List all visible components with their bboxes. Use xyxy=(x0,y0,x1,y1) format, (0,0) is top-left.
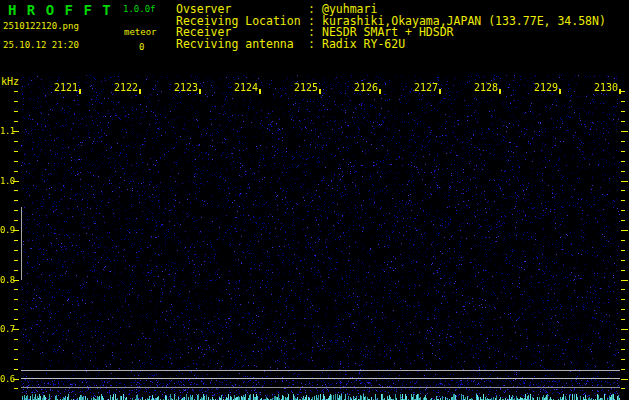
freq-tick-left xyxy=(14,240,18,241)
info-separator: : xyxy=(308,39,322,51)
time-tick xyxy=(379,89,381,94)
time-tick xyxy=(319,89,321,94)
freq-tick-right xyxy=(621,388,625,389)
freq-tick-left xyxy=(14,220,18,221)
freq-tick-label: 0.6 xyxy=(0,374,13,384)
time-label: 2121 xyxy=(54,82,78,93)
freq-tick-right xyxy=(621,339,625,340)
freq-tick-right xyxy=(621,151,625,152)
time-tick xyxy=(499,89,501,94)
time-label: 2125 xyxy=(294,82,318,93)
freq-tick-right xyxy=(621,200,625,201)
freq-tick-right xyxy=(621,270,625,271)
freq-tick-right xyxy=(621,121,625,122)
app-version: 1.0.0f xyxy=(123,4,156,14)
freq-tick-left xyxy=(14,369,18,370)
station-info: Ovserver:@yuhmari Receiving Location:kur… xyxy=(176,4,606,51)
time-tick xyxy=(259,89,261,94)
time-tick xyxy=(439,89,441,94)
freq-tick-left xyxy=(14,190,18,191)
start-marker-line xyxy=(21,207,22,280)
meteor-count-value: 0 xyxy=(139,42,144,52)
freq-tick-left xyxy=(14,309,18,310)
freq-tick-right xyxy=(621,91,625,92)
freq-tick-right xyxy=(621,359,625,360)
time-label: 2126 xyxy=(354,82,378,93)
time-tick xyxy=(139,89,141,94)
freq-tick-right xyxy=(621,260,625,261)
time-tick xyxy=(79,89,81,94)
time-label: 2123 xyxy=(174,82,198,93)
khz-axis-label: kHz xyxy=(1,76,19,87)
freq-tick-left xyxy=(14,388,18,389)
freq-tick-left xyxy=(14,250,18,251)
freq-tick-right xyxy=(621,379,628,380)
carrier-line xyxy=(21,378,620,379)
freq-tick-label: 1.0 xyxy=(0,176,13,186)
freq-tick-right xyxy=(621,230,628,231)
freq-tick-left xyxy=(14,210,18,211)
freq-tick-left xyxy=(14,151,18,152)
freq-tick-right xyxy=(621,131,628,132)
freq-tick-right xyxy=(621,369,625,370)
freq-tick-right xyxy=(621,240,625,241)
hrofft-screen: { "app": { "name": "H R O F F T", "versi… xyxy=(0,0,629,400)
freq-tick-right xyxy=(621,190,625,191)
freq-tick-label: 0.7 xyxy=(0,324,13,334)
freq-tick-left xyxy=(14,270,18,271)
output-filename: 2510122120.png xyxy=(3,21,79,31)
time-label: 2129 xyxy=(534,82,558,93)
time-tick xyxy=(199,89,201,94)
freq-tick-label: 0.8 xyxy=(0,275,13,285)
freq-tick-left xyxy=(14,289,18,290)
freq-tick-left xyxy=(14,121,18,122)
freq-tick-right xyxy=(621,280,628,281)
freq-tick-left xyxy=(14,200,18,201)
freq-tick-left xyxy=(14,299,18,300)
freq-tick-left xyxy=(14,91,18,92)
datetime-stamp: 25.10.12 21:20 xyxy=(3,40,79,50)
freq-tick-left xyxy=(14,260,18,261)
freq-tick-right xyxy=(621,349,625,350)
time-tick xyxy=(559,89,561,94)
freq-tick-left xyxy=(14,161,18,162)
freq-tick-label: 0.9 xyxy=(0,225,13,235)
freq-tick-right xyxy=(621,141,625,142)
freq-tick-left xyxy=(14,319,18,320)
freq-tick-left xyxy=(14,171,18,172)
freq-tick-label: 1.1 xyxy=(0,126,13,136)
info-row-antenna: Recviving antenna:Radix RY-62U xyxy=(176,39,606,51)
freq-tick-right xyxy=(621,171,625,172)
freq-tick-left xyxy=(14,359,18,360)
time-label: 2130 xyxy=(594,82,618,93)
info-label: Recviving antenna xyxy=(176,39,308,51)
freq-tick-right xyxy=(621,161,625,162)
freq-tick-left xyxy=(14,349,18,350)
time-label: 2122 xyxy=(114,82,138,93)
freq-tick-right xyxy=(621,309,625,310)
spectrogram-canvas xyxy=(21,75,620,400)
freq-tick-left xyxy=(14,339,18,340)
freq-tick-left xyxy=(14,141,18,142)
freq-tick-right xyxy=(621,220,625,221)
freq-tick-right xyxy=(621,101,625,102)
freq-tick-right xyxy=(621,329,628,330)
freq-tick-right xyxy=(621,299,625,300)
time-label: 2124 xyxy=(234,82,258,93)
carrier-line xyxy=(21,370,620,371)
info-value: Radix RY-62U xyxy=(322,37,405,51)
freq-tick-right xyxy=(621,250,625,251)
carrier-line xyxy=(21,387,620,388)
meteor-count-label: meteor xyxy=(124,27,157,37)
app-title: H R O F F T xyxy=(8,2,112,18)
freq-tick-right xyxy=(621,181,628,182)
time-label: 2128 xyxy=(474,82,498,93)
freq-tick-right xyxy=(621,210,625,211)
freq-tick-left xyxy=(14,111,18,112)
freq-tick-right xyxy=(621,289,625,290)
freq-tick-right xyxy=(621,319,625,320)
freq-tick-left xyxy=(14,101,18,102)
time-label: 2127 xyxy=(414,82,438,93)
freq-tick-right xyxy=(621,111,625,112)
